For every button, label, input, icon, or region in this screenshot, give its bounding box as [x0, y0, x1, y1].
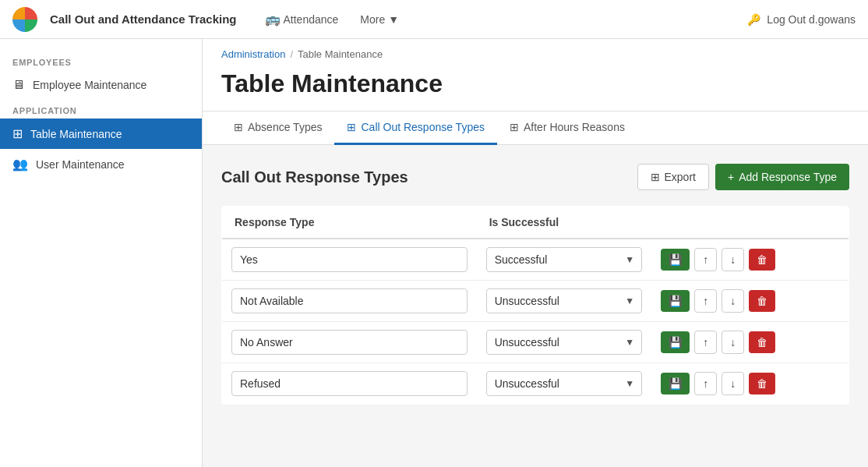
actions-cell: 💾↑↓🗑	[651, 363, 849, 405]
add-label: Add Response Type	[739, 171, 837, 183]
table-icon: ⊞	[12, 126, 23, 141]
is-successful-select[interactable]: SuccessfulUnsuccessful	[486, 371, 643, 396]
nav-more[interactable]: More ▼	[351, 7, 408, 32]
move-down-button[interactable]: ↓	[722, 331, 744, 354]
logout-label: Log Out d.gowans	[767, 13, 856, 26]
tabs-bar: ⊞ Absence Types ⊞ Call Out Response Type…	[203, 111, 868, 145]
breadcrumb-sep: /	[290, 48, 293, 60]
page-header: Table Maintenance	[203, 60, 868, 111]
nav-attendance-label: Attendance	[284, 13, 339, 26]
sidebar-section-label-employees: EMPLOYEES	[0, 51, 202, 70]
logout-icon: 🔑	[747, 13, 760, 26]
move-up-button[interactable]: ↑	[694, 372, 717, 395]
call-out-tab-icon: ⊞	[347, 121, 356, 133]
response-type-cell	[222, 363, 477, 405]
response-type-cell	[222, 239, 477, 281]
move-up-button[interactable]: ↑	[694, 248, 717, 271]
response-types-table: Response Type Is Successful SuccessfulUn…	[221, 206, 849, 405]
delete-row-button[interactable]: 🗑	[749, 249, 775, 271]
sidebar-item-user-maintenance[interactable]: 👥 User Maintenance	[0, 149, 202, 179]
top-nav: Call Out and Attendance Tracking 🚌 Atten…	[0, 0, 868, 39]
response-type-input[interactable]	[231, 247, 468, 272]
actions-cell: 💾↑↓🗑	[651, 239, 849, 281]
main-content: Administration / Table Maintenance Table…	[203, 39, 868, 467]
response-type-input[interactable]	[231, 330, 468, 355]
sidebar-employee-maintenance-label: Employee Maintenance	[33, 79, 146, 91]
add-icon: +	[728, 171, 734, 183]
move-down-button[interactable]: ↓	[722, 248, 744, 271]
is-successful-cell: SuccessfulUnsuccessful▼	[477, 239, 652, 281]
is-successful-cell: SuccessfulUnsuccessful▼	[477, 281, 652, 322]
actions-cell: 💾↑↓🗑	[651, 281, 849, 322]
save-row-button[interactable]: 💾	[661, 331, 690, 353]
is-successful-cell: SuccessfulUnsuccessful▼	[477, 363, 652, 405]
delete-row-button[interactable]: 🗑	[749, 331, 775, 353]
move-down-button[interactable]: ↓	[722, 289, 744, 313]
section-actions: ⊞ Export + Add Response Type	[637, 164, 850, 190]
move-down-button[interactable]: ↓	[722, 372, 744, 395]
response-type-cell	[222, 281, 477, 322]
delete-row-button[interactable]: 🗑	[749, 290, 775, 312]
is-successful-cell: SuccessfulUnsuccessful▼	[477, 322, 652, 363]
layout: EMPLOYEES 🖥 Employee Maintenance APPLICA…	[0, 39, 868, 467]
add-response-type-button[interactable]: + Add Response Type	[715, 164, 849, 190]
nav-attendance[interactable]: 🚌 Attendance	[256, 5, 348, 33]
sidebar-user-maintenance-label: User Maintenance	[36, 158, 125, 171]
tab-absence-types[interactable]: ⊞ Absence Types	[221, 111, 334, 145]
actions-cell: 💾↑↓🗑	[651, 322, 849, 363]
nav-links: 🚌 Attendance More ▼	[256, 5, 409, 33]
sidebar-section-employees: EMPLOYEES 🖥 Employee Maintenance	[0, 51, 202, 100]
content-area: Call Out Response Types ⊞ Export + Add R…	[203, 145, 868, 423]
table-row: SuccessfulUnsuccessful▼💾↑↓🗑	[222, 322, 849, 363]
tab-call-out-response-types[interactable]: ⊞ Call Out Response Types	[334, 111, 497, 145]
attendance-icon: 🚌	[265, 12, 281, 27]
response-type-input[interactable]	[231, 371, 468, 396]
tab-after-hours-label: After Hours Reasons	[524, 121, 625, 133]
tab-after-hours-reasons[interactable]: ⊞ After Hours Reasons	[497, 111, 637, 145]
col-is-successful: Is Successful	[477, 207, 652, 239]
sidebar-section-application: APPLICATION ⊞ Table Maintenance 👥 User M…	[0, 100, 202, 179]
sidebar-item-table-maintenance[interactable]: ⊞ Table Maintenance	[0, 119, 202, 149]
logout-area[interactable]: 🔑 Log Out d.gowans	[747, 13, 856, 26]
sidebar: EMPLOYEES 🖥 Employee Maintenance APPLICA…	[0, 39, 203, 467]
response-type-cell	[222, 322, 477, 363]
after-hours-tab-icon: ⊞	[510, 121, 519, 133]
response-type-input[interactable]	[231, 288, 468, 313]
users-icon: 👥	[12, 157, 28, 172]
section-title: Call Out Response Types	[221, 168, 408, 186]
is-successful-select[interactable]: SuccessfulUnsuccessful	[486, 288, 643, 313]
export-button[interactable]: ⊞ Export	[637, 164, 709, 190]
page-title: Table Maintenance	[221, 69, 849, 98]
delete-row-button[interactable]: 🗑	[749, 373, 775, 394]
sidebar-table-maintenance-label: Table Maintenance	[30, 128, 122, 140]
save-row-button[interactable]: 💾	[661, 290, 690, 312]
absence-types-tab-icon: ⊞	[234, 121, 243, 133]
col-actions	[651, 207, 849, 239]
save-row-button[interactable]: 💾	[661, 249, 690, 271]
table-row: SuccessfulUnsuccessful▼💾↑↓🗑	[222, 239, 849, 281]
table-row: SuccessfulUnsuccessful▼💾↑↓🗑	[222, 363, 849, 405]
move-up-button[interactable]: ↑	[694, 289, 717, 313]
breadcrumb-administration[interactable]: Administration	[221, 48, 285, 60]
breadcrumb-current: Table Maintenance	[298, 48, 383, 60]
is-successful-select[interactable]: SuccessfulUnsuccessful	[486, 247, 643, 272]
tab-call-out-label: Call Out Response Types	[361, 121, 485, 133]
export-label: Export	[665, 171, 696, 183]
chevron-down-icon: ▼	[388, 13, 399, 26]
section-header: Call Out Response Types ⊞ Export + Add R…	[221, 164, 849, 190]
sidebar-item-employee-maintenance[interactable]: 🖥 Employee Maintenance	[0, 70, 202, 100]
col-response-type: Response Type	[222, 207, 477, 239]
tab-absence-types-label: Absence Types	[248, 121, 322, 133]
nav-more-label: More	[360, 13, 385, 26]
monitor-icon: 🖥	[12, 78, 25, 92]
is-successful-select[interactable]: SuccessfulUnsuccessful	[486, 330, 643, 355]
table-row: SuccessfulUnsuccessful▼💾↑↓🗑	[222, 281, 849, 322]
app-title: Call Out and Attendance Tracking	[50, 12, 237, 26]
sidebar-section-label-application: APPLICATION	[0, 100, 202, 119]
move-up-button[interactable]: ↑	[694, 331, 717, 354]
save-row-button[interactable]: 💾	[661, 373, 690, 394]
export-icon: ⊞	[651, 171, 660, 183]
app-logo	[12, 7, 37, 32]
breadcrumb: Administration / Table Maintenance	[203, 39, 868, 60]
